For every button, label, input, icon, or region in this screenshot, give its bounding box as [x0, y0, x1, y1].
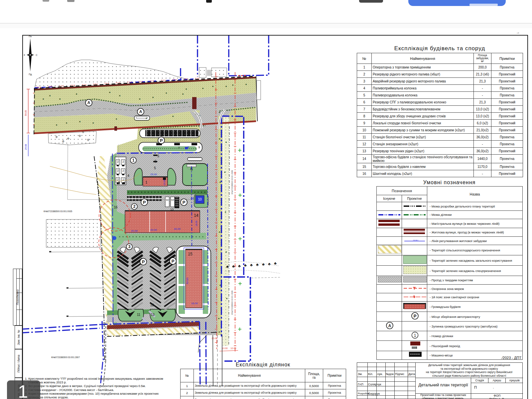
svg-text:2: 2 [117, 169, 119, 172]
svg-text:4: 4 [127, 174, 129, 178]
svg-text:1: 1 [132, 158, 135, 163]
svg-text:КНв0723386500:03:001:0935: КНв0723386500:03:001:0935 [44, 210, 72, 212]
svg-text:Р: Р [183, 200, 186, 205]
svg-text:18.00: 18.00 [195, 220, 198, 226]
svg-text:2: 2 [133, 204, 136, 209]
svg-text:Р: Р [142, 259, 145, 264]
svg-text:12: 12 [171, 199, 174, 201]
svg-text:л.р.ж.з: л.р.ж.з [413, 239, 418, 241]
svg-text:♣: ♣ [250, 263, 253, 267]
svg-text:40.00: 40.00 [174, 227, 181, 230]
svg-text:14: 14 [194, 213, 199, 218]
svg-text:1: 1 [145, 180, 147, 184]
svg-text:20.00: 20.00 [131, 229, 138, 232]
svg-text:Р: Р [414, 314, 417, 319]
svg-text:2: 2 [117, 178, 119, 181]
svg-text:Р: Р [160, 138, 163, 143]
svg-text:1: 1 [414, 333, 416, 338]
svg-text:♣: ♣ [232, 264, 235, 269]
svg-text:✢: ✢ [62, 140, 65, 143]
svg-text:Пн: Пн [29, 35, 32, 38]
svg-text:✢: ✢ [67, 137, 69, 140]
svg-text:10: 10 [198, 198, 202, 201]
svg-text:♣: ♣ [226, 264, 229, 269]
svg-text:✢: ✢ [55, 135, 58, 139]
svg-text:С: С [36, 54, 37, 56]
svg-text:13: 13 [151, 313, 155, 317]
svg-text:20.00: 20.00 [211, 337, 217, 339]
svg-text:КНв0723386500:03:001:0936: КНв0723386500:03:001:0936 [231, 291, 233, 315]
svg-text:15: 15 [188, 252, 193, 256]
svg-text:Пд: Пд [29, 73, 32, 76]
svg-text:10.00: 10.00 [163, 180, 166, 186]
svg-text:✢: ✢ [87, 138, 89, 142]
svg-text:5: 5 [157, 154, 159, 158]
svg-text:13: 13 [170, 208, 174, 211]
svg-text:16: 16 [114, 205, 118, 209]
svg-text:5: 5 [155, 160, 157, 163]
svg-text:♣: ♣ [244, 263, 247, 268]
svg-text:Р: Р [143, 200, 146, 205]
svg-text:А: А [139, 109, 142, 114]
svg-text:Р: Р [172, 259, 175, 264]
svg-text:10.00: 10.00 [222, 347, 228, 349]
svg-text:88: 88 [191, 197, 194, 200]
svg-text:2: 2 [122, 169, 124, 172]
svg-text:А: А [87, 100, 90, 105]
svg-text:КНв0723386500:03:001:2807: КНв0723386500:03:001:2807 [51, 356, 80, 358]
svg-text:♣: ♣ [238, 264, 241, 268]
svg-text:2: 2 [122, 160, 124, 163]
svg-text:А: А [388, 324, 391, 328]
svg-text:2: 2 [117, 160, 119, 163]
svg-text:♣: ♣ [268, 262, 271, 266]
svg-text:КНв0723386500:03:001:0936: КНв0723386500:03:001:0936 [231, 170, 233, 195]
svg-text:5: 5 [154, 166, 156, 170]
svg-text:9: 9 [198, 146, 200, 149]
svg-text:50.00: 50.00 [186, 277, 189, 284]
svg-text:3: 3 [128, 244, 131, 249]
svg-text:7: 7 [178, 146, 180, 150]
svg-text:10.00: 10.00 [230, 347, 236, 349]
svg-text:12: 12 [150, 303, 154, 307]
svg-text:16.00: 16.00 [191, 302, 198, 305]
svg-text:♣: ♣ [262, 262, 265, 267]
svg-text:✢: ✢ [78, 134, 81, 138]
svg-text:11: 11 [137, 313, 141, 317]
svg-text:59.05: 59.05 [25, 110, 27, 116]
svg-text:З: З [24, 54, 25, 56]
svg-text:29.68: 29.68 [25, 144, 27, 150]
svg-text:11: 11 [166, 199, 169, 201]
svg-text:20.00: 20.00 [150, 228, 157, 231]
svg-text:25.00: 25.00 [150, 173, 157, 176]
